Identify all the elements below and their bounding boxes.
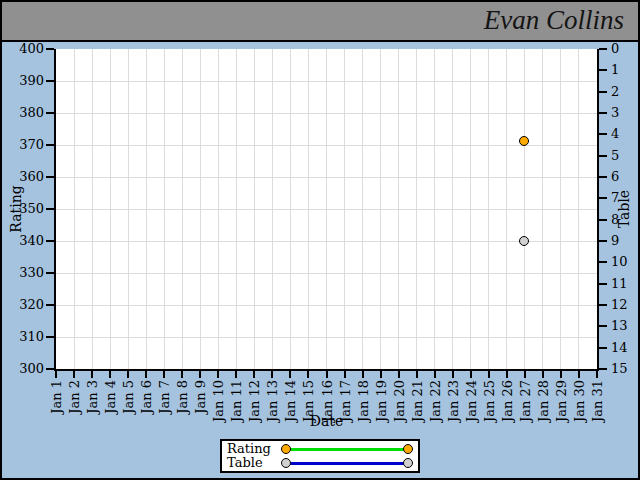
x-axis-tick bbox=[289, 371, 291, 378]
y-axis-tick bbox=[46, 208, 54, 210]
x-axis-label: Date bbox=[54, 413, 599, 429]
x-axis-tick bbox=[416, 371, 418, 378]
x-axis-tick bbox=[398, 371, 400, 378]
legend-label: Rating bbox=[227, 442, 281, 456]
gridline bbox=[56, 113, 597, 114]
y-axis-tick bbox=[46, 176, 54, 178]
player-name-title: Evan Collins bbox=[484, 5, 624, 36]
y-axis-tick bbox=[599, 155, 607, 157]
x-axis-tick bbox=[91, 371, 93, 378]
y-axis-tick bbox=[599, 304, 607, 306]
legend-line bbox=[289, 462, 405, 465]
y-axis-label-left: Rating bbox=[8, 49, 24, 369]
gridline bbox=[56, 305, 597, 306]
x-axis-tick bbox=[488, 371, 490, 378]
y-axis-tick bbox=[599, 261, 607, 263]
x-axis-tick bbox=[560, 371, 562, 378]
x-axis-tick bbox=[163, 371, 165, 378]
plot-area bbox=[54, 49, 599, 371]
page-frame: Evan Collins 400390380370360350340330320… bbox=[0, 0, 640, 480]
y-axis-tick bbox=[599, 240, 607, 242]
header-bar: Evan Collins bbox=[2, 2, 638, 42]
x-axis-tick bbox=[596, 371, 598, 378]
y-axis-label-right: Table bbox=[616, 49, 632, 369]
x-axis-tick bbox=[452, 371, 454, 378]
legend-label: Table bbox=[227, 456, 281, 470]
x-axis-tick bbox=[145, 371, 147, 378]
gridline bbox=[56, 273, 597, 274]
x-axis-tick bbox=[470, 371, 472, 378]
gridline bbox=[56, 337, 597, 338]
gridline bbox=[56, 177, 597, 178]
x-axis-tick bbox=[127, 371, 129, 378]
x-axis-tick bbox=[217, 371, 219, 378]
x-axis-tick bbox=[73, 371, 75, 378]
gridline bbox=[56, 145, 597, 146]
legend-item: Table bbox=[227, 456, 413, 470]
y-axis-tick bbox=[599, 69, 607, 71]
legend-item: Rating bbox=[227, 442, 413, 456]
y-axis-tick bbox=[46, 144, 54, 146]
x-axis-tick bbox=[235, 371, 237, 378]
legend: RatingTable bbox=[220, 439, 420, 473]
y-axis-tick bbox=[599, 283, 607, 285]
y-axis-tick bbox=[46, 80, 54, 82]
x-axis-tick bbox=[362, 371, 364, 378]
x-axis-tick bbox=[326, 371, 328, 378]
y-axis-tick bbox=[46, 112, 54, 114]
legend-marker-icon bbox=[403, 444, 413, 454]
legend-marker-icon bbox=[281, 458, 291, 468]
y-axis-tick bbox=[599, 112, 607, 114]
y-axis-tick bbox=[46, 272, 54, 274]
y-axis-tick bbox=[46, 48, 54, 50]
x-axis-tick bbox=[380, 371, 382, 378]
x-axis-tick bbox=[55, 371, 57, 378]
y-axis-tick bbox=[599, 347, 607, 349]
gridline bbox=[56, 209, 597, 210]
data-point-table bbox=[519, 236, 529, 246]
gridline bbox=[56, 241, 597, 242]
x-axis-tick bbox=[181, 371, 183, 378]
y-axis-tick bbox=[599, 197, 607, 199]
y-axis-tick bbox=[599, 219, 607, 221]
legend-marker-icon bbox=[281, 444, 291, 454]
y-axis-tick bbox=[599, 91, 607, 93]
legend-line bbox=[289, 448, 405, 451]
y-axis-tick bbox=[599, 133, 607, 135]
y-axis-tick bbox=[599, 368, 607, 370]
x-axis-tick bbox=[542, 371, 544, 378]
y-axis-tick bbox=[599, 176, 607, 178]
y-axis-tick bbox=[599, 325, 607, 327]
x-axis-tick bbox=[506, 371, 508, 378]
x-axis-tick bbox=[434, 371, 436, 378]
x-axis-tick bbox=[199, 371, 201, 378]
x-axis-tick bbox=[578, 371, 580, 378]
y-axis-tick bbox=[46, 304, 54, 306]
y-axis-tick bbox=[599, 48, 607, 50]
x-axis-tick bbox=[344, 371, 346, 378]
chart-region: 4003903803703603503403303203103000123456… bbox=[2, 42, 638, 478]
x-axis-tick bbox=[253, 371, 255, 378]
x-axis-tick bbox=[307, 371, 309, 378]
x-axis-tick bbox=[524, 371, 526, 378]
y-axis-tick bbox=[46, 368, 54, 370]
x-axis-tick bbox=[271, 371, 273, 378]
gridline bbox=[56, 81, 597, 82]
x-axis-tick bbox=[109, 371, 111, 378]
y-axis-tick bbox=[46, 240, 54, 242]
legend-marker-icon bbox=[403, 458, 413, 468]
y-axis-tick bbox=[46, 336, 54, 338]
